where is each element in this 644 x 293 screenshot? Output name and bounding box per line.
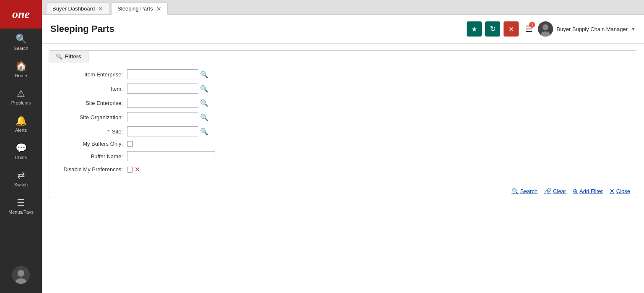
tab-bar: Buyer Dashboard ✕ Sleeping Parts ✕ <box>42 0 644 15</box>
filters-card: 🔍 Filters Item Enterprise: 🔍 Item: <box>49 50 637 198</box>
notification-badge: 1 <box>529 22 535 28</box>
search-icon: 🔍 <box>200 99 208 107</box>
header-actions: ★ ↻ ✕ <box>467 21 519 37</box>
filter-row-item: Item: 🔍 <box>56 84 630 94</box>
filters-section: 🔍 Filters Item Enterprise: 🔍 Item: <box>42 44 644 293</box>
sidebar-item-label: Alerts <box>15 128 27 133</box>
favorite-button[interactable]: ★ <box>467 21 482 37</box>
header-right: ☰ 1 Buyer Supply Chain Manager ▼ <box>525 21 636 37</box>
item-label: Item: <box>56 86 127 92</box>
user-info[interactable]: Buyer Supply Chain Manager ▼ <box>538 21 636 37</box>
bell-icon: 🔔 <box>16 115 27 126</box>
user-avatar <box>538 21 553 37</box>
item-input[interactable] <box>127 84 198 94</box>
page-header: Sleeping Parts ★ ↻ ✕ ☰ 1 <box>42 15 644 44</box>
refresh-button[interactable]: ↻ <box>485 21 500 37</box>
disable-prefs-label: Disable My Preferences: <box>56 166 127 173</box>
svg-point-1 <box>18 270 24 277</box>
svg-point-4 <box>543 24 548 30</box>
clear-icon: 🔗 <box>544 188 551 194</box>
filter-row-disable-prefs: Disable My Preferences: ✕ <box>56 165 630 173</box>
site-organization-input[interactable] <box>127 112 198 122</box>
sidebar-item-label: Home <box>15 73 27 78</box>
sidebar-item-switch[interactable]: ⇄ Switch <box>0 165 42 192</box>
sidebar-item-chats[interactable]: 💬 Chats <box>0 138 42 165</box>
clear-action[interactable]: 🔗 Clear <box>544 188 566 194</box>
item-search-btn[interactable]: 🔍 <box>198 85 210 93</box>
sidebar-item-search[interactable]: 🔍 Search <box>0 29 42 56</box>
clear-action-label: Clear <box>553 188 566 194</box>
site-input[interactable] <box>127 126 198 136</box>
close-page-button[interactable]: ✕ <box>504 21 519 37</box>
content-area: Sleeping Parts ★ ↻ ✕ ☰ 1 <box>42 15 644 293</box>
sidebar-item-label: Search <box>14 46 29 51</box>
filter-actions: 🔍 Search 🔗 Clear ⊕ Add Filter ✕ Close <box>49 184 637 198</box>
my-buffers-label: My Buffers Only: <box>56 141 127 147</box>
star-icon: ★ <box>471 25 477 33</box>
filter-row-site: * Site: 🔍 <box>56 126 630 136</box>
filters-tab[interactable]: 🔍 Filters <box>49 50 88 63</box>
filter-row-buffer-name: Buffer Name: <box>56 151 630 161</box>
search-icon: 🔍 <box>16 34 27 44</box>
search-action-label: Search <box>520 188 538 194</box>
site-organization-search-btn[interactable]: 🔍 <box>198 113 210 121</box>
filter-row-item-enterprise: Item Enterprise: 🔍 <box>56 69 630 79</box>
site-enterprise-search-btn[interactable]: 🔍 <box>198 99 210 107</box>
add-filter-icon: ⊕ <box>573 188 578 194</box>
app-logo[interactable]: one <box>0 0 42 29</box>
add-filter-label: Add Filter <box>579 188 603 194</box>
filter-row-site-enterprise: Site Enterprise: 🔍 <box>56 98 630 108</box>
sidebar-item-label: Problems <box>11 100 31 105</box>
item-enterprise-input[interactable] <box>127 69 198 79</box>
search-action-icon: 🔍 <box>512 188 519 194</box>
switch-icon: ⇄ <box>17 170 25 181</box>
sidebar-item-label: Chats <box>15 155 27 160</box>
disable-prefs-checkbox[interactable] <box>127 167 133 173</box>
site-enterprise-label: Site Enterprise: <box>56 100 127 106</box>
my-buffers-checkbox[interactable] <box>127 141 133 147</box>
tab-label: Sleeping Parts <box>117 5 153 12</box>
notification-button[interactable]: ☰ 1 <box>525 24 533 34</box>
page-title: Sleeping Parts <box>50 24 467 34</box>
sidebar-item-label: Menus/Favs <box>8 209 34 215</box>
user-name: Buyer Supply Chain Manager <box>556 26 628 32</box>
site-organization-label: Site Organization: <box>56 114 127 120</box>
dropdown-arrow-icon: ▼ <box>631 26 636 31</box>
search-action[interactable]: 🔍 Search <box>512 188 538 194</box>
add-filter-action[interactable]: ⊕ Add Filter <box>573 188 603 194</box>
refresh-icon: ↻ <box>490 24 496 34</box>
sidebar-avatar-section[interactable] <box>0 261 42 289</box>
filter-icon: 🔍 <box>56 53 62 60</box>
item-enterprise-search-btn[interactable]: 🔍 <box>198 71 210 78</box>
logo-text: one <box>12 8 30 21</box>
filter-row-site-organization: Site Organization: 🔍 <box>56 112 630 122</box>
required-indicator: * <box>107 128 109 135</box>
main-content: Buyer Dashboard ✕ Sleeping Parts ✕ Sleep… <box>42 0 644 293</box>
filters-body: Item Enterprise: 🔍 Item: 🔍 <box>49 63 637 184</box>
clear-prefs-button[interactable]: ✕ <box>133 165 142 173</box>
site-enterprise-input[interactable] <box>127 98 198 108</box>
filters-tab-label: Filters <box>65 53 81 60</box>
close-icon: ✕ <box>509 25 514 33</box>
sidebar-item-menus[interactable]: ☰ Menus/Favs <box>0 192 42 220</box>
tab-label: Buyer Dashboard <box>52 5 95 12</box>
home-icon: 🏠 <box>16 61 27 72</box>
sidebar-item-home[interactable]: 🏠 Home <box>0 56 42 83</box>
close-filter-action[interactable]: ✕ Close <box>610 188 630 194</box>
item-enterprise-label: Item Enterprise: <box>56 71 127 78</box>
filter-row-my-buffers: My Buffers Only: <box>56 141 630 147</box>
sidebar-item-problems[interactable]: ⚠ Problems <box>0 83 42 110</box>
search-icon: 🔍 <box>200 128 208 135</box>
tab-sleeping-parts[interactable]: Sleeping Parts ✕ <box>111 3 168 15</box>
sidebar-item-alerts[interactable]: 🔔 Alerts <box>0 110 42 138</box>
tab-close-buyer-dashboard[interactable]: ✕ <box>98 6 103 12</box>
buffer-name-label: Buffer Name: <box>56 153 127 160</box>
sidebar-item-label: Switch <box>14 182 28 187</box>
tab-buyer-dashboard[interactable]: Buyer Dashboard ✕ <box>46 3 109 14</box>
sidebar-user-avatar <box>12 266 30 284</box>
site-search-btn[interactable]: 🔍 <box>198 128 210 136</box>
close-filter-icon: ✕ <box>610 188 615 194</box>
x-icon: ✕ <box>135 166 140 173</box>
buffer-name-input[interactable] <box>127 151 215 161</box>
tab-close-sleeping-parts[interactable]: ✕ <box>156 6 161 12</box>
